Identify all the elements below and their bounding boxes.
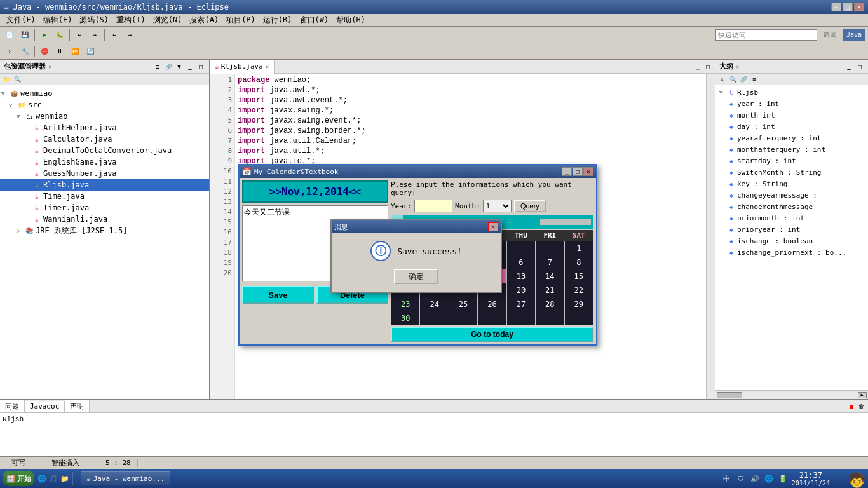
tree-file-calculator[interactable]: ☕ Calculator.java [0,133,209,145]
cal-cell[interactable] [420,311,449,325]
outline-field-key[interactable]: ◆ key : String [717,178,867,189]
cal-cell[interactable] [536,311,564,325]
cal-cell[interactable] [564,311,593,325]
menu-edit[interactable]: 编辑(E) [39,13,76,27]
editor-tab-rljsb[interactable]: ☕ Rljsb.java ✕ [210,60,275,74]
network-icon[interactable]: 🌐 [764,473,774,484]
sync-icon[interactable]: 🔗 [738,74,749,85]
outline-class-rljsb[interactable]: ▽ C Rljsb [717,86,867,98]
tree-file-wannianli[interactable]: ☕ Wannianli.java [0,214,209,225]
app-minimize-btn[interactable]: _ [562,167,572,176]
toolbar2-btn2[interactable]: 🔧 [18,44,32,58]
collapse-icon[interactable]: ≡ [749,74,759,85]
undo-button[interactable]: ↩ [72,28,86,42]
query-button[interactable]: Query [514,200,546,212]
cal-cell-30[interactable]: 30 [391,311,420,325]
cal-cell-23[interactable]: 23 [391,297,420,311]
menu-source[interactable]: 源码(S) [76,13,112,27]
antivirus-icon[interactable]: 🛡 [736,473,746,484]
tree-file-english[interactable]: ☕ EnglishGame.java [0,156,209,168]
tree-file-timer[interactable]: ☕ Timer.java [0,202,209,214]
console-tab-declaration[interactable]: 声明 [65,400,90,412]
outline-field-month[interactable]: ◆ month int [717,109,867,121]
app-close-btn[interactable]: ✕ [583,167,593,176]
cal-cell-6[interactable]: 6 [506,255,535,269]
search-input[interactable] [715,29,817,41]
back-button[interactable]: ← [107,28,121,42]
cal-cell[interactable] [449,311,477,325]
collapse-all-icon[interactable]: ≡ [153,62,162,71]
cal-cell-20[interactable]: 20 [506,283,535,297]
cal-cell-14[interactable]: 14 [536,269,564,283]
tree-src[interactable]: ▽ 📁 src [0,99,209,111]
tree-project-wenmiao[interactable]: ▽ 📦 wenmiao [0,88,209,99]
minimize-button[interactable]: − [831,3,841,11]
forward-button[interactable]: → [123,28,137,42]
outline-field-startday[interactable]: ◆ startday : int [717,155,867,166]
toolbar2-btn1[interactable]: ⚡ [3,44,17,58]
menu-help[interactable]: 帮助(H) [332,13,369,27]
msg-close-button[interactable]: ✕ [488,222,498,231]
battery-icon[interactable]: 🔋 [778,473,788,484]
outline-field-ischange-prior[interactable]: ◆ ischange_priornext : bo... [717,247,867,258]
outline-field-priormonth[interactable]: ◆ priormonth : int [717,212,867,224]
cal-cell-29[interactable]: 29 [564,297,593,311]
outline-field-switchmonth[interactable]: ◆ SwitchMonth : String [717,166,867,178]
close-button[interactable]: ✕ [854,3,864,11]
cal-cell[interactable] [506,311,535,325]
cal-cell-13[interactable]: 13 [506,269,535,283]
cal-cell-24[interactable]: 24 [420,297,449,311]
console-tab-problems[interactable]: 问题 [0,400,25,412]
filter-icon[interactable]: 🔍 [728,74,738,85]
outline-minimize-icon[interactable]: _ [844,62,853,71]
ie-icon[interactable]: 🌐 [37,473,47,484]
outline-field-ischange[interactable]: ◆ ischange : boolean [717,235,867,247]
scrollbar-thumb[interactable] [717,392,742,398]
maximize-panel-icon[interactable]: □ [196,62,205,71]
console-clear-icon[interactable]: 🗑 [857,402,865,411]
save-button[interactable]: 💾 [18,28,32,42]
outline-field-yearafterquery[interactable]: ◆ yearafterquery : int [717,132,867,144]
language-icon[interactable]: 中 [722,473,732,484]
msg-ok-button[interactable]: 确定 [394,269,438,284]
redo-button[interactable]: ↪ [88,28,102,42]
toolbar2-btn3[interactable]: ⛔ [37,44,51,58]
folder-icon[interactable]: 📁 [60,473,70,484]
app-maximize-btn[interactable]: □ [573,167,583,176]
tab-close-icon[interactable]: ✕ [266,64,269,70]
toolbar2-btn6[interactable]: 🔄 [83,44,97,58]
outline-field-changeyear[interactable]: ◆ changeyearmessage : [717,189,867,201]
cal-cell[interactable] [506,241,535,255]
menu-window[interactable]: 窗口(W) [296,13,333,27]
cal-cell[interactable] [536,241,564,255]
new-button[interactable]: 📄 [3,28,17,42]
tree-file-guessnumber[interactable]: ☕ GuessNumber.java [0,168,209,179]
scroll-right-btn[interactable]: ▶ [858,392,867,398]
tree-file-decimal[interactable]: ☕ DecimalToOctalConvertor.java [0,145,209,156]
save-button[interactable]: Save [242,286,314,304]
outline-field-prioryear[interactable]: ◆ prioryear : int [717,224,867,235]
cal-cell-1[interactable]: 1 [564,241,593,255]
cal-cell-22[interactable]: 22 [564,283,593,297]
menu-navigate[interactable]: 浏览(N) [149,13,186,27]
sort-icon[interactable]: ⇅ [717,74,727,85]
java-perspective[interactable]: Java [843,29,865,41]
console-tab-javadoc[interactable]: Javadoc [25,401,65,412]
goto-today-button[interactable]: Go to today [391,327,593,342]
month-select[interactable]: 1234 5678 9101112 [483,200,512,212]
cal-cell-21[interactable]: 21 [536,283,564,297]
debug-button[interactable]: 🐛 [53,28,67,42]
year-input[interactable] [414,200,452,212]
outline-maximize-icon[interactable]: □ [855,62,864,71]
cal-cell-15[interactable]: 15 [564,269,593,283]
outline-scrollbar[interactable]: ▶ [715,390,868,399]
pe-icon1[interactable]: 📁 [1,74,11,85]
maximize-button[interactable]: □ [843,3,853,11]
toolbar2-btn4[interactable]: ⏸ [53,44,67,58]
media-icon[interactable]: 🎵 [48,473,58,484]
vertical-scrollbar[interactable] [706,74,715,399]
speaker-icon[interactable]: 🔊 [750,473,760,484]
menu-run[interactable]: 运行(R) [259,13,296,27]
quick-access[interactable] [715,29,817,41]
outline-field-changemonth[interactable]: ◆ changemonthmessage [717,201,867,212]
